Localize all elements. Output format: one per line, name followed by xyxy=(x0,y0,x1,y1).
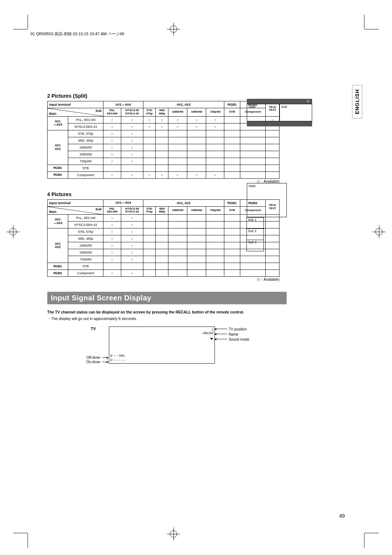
thumbnail-split: Main Sub xyxy=(247,99,312,126)
registration-mark xyxy=(7,225,20,238)
osd-on-timer-value: ⊙ – – : – – xyxy=(110,358,126,362)
thumb-split-main: Main xyxy=(247,104,279,121)
osd-box: 1 ABCDE ⊘ – – Min. ⊙ – – : – – xyxy=(109,327,215,364)
page-number: 49 xyxy=(339,513,345,519)
language-tab: ENGLISH xyxy=(352,85,362,118)
osd-off-timer-value: ⊘ – – Min. xyxy=(110,353,126,358)
thumb-split-sub: Sub xyxy=(279,104,312,121)
four-matrix-table: Input terminalAV1～AV4AV1, AV2RGB1RGB2TEL… xyxy=(47,199,279,277)
label-tv: TV xyxy=(91,327,96,331)
language-tab-label: ENGLISH xyxy=(354,89,360,114)
split-matrix-table: Input terminalAV1～AV4AV1, AV2RGB1RGB2TEL… xyxy=(47,101,279,179)
page-header: 01 QR58553-英語-初校 03.10.15 10:47 AM ページ49 xyxy=(30,31,124,37)
osd-name-value: ABCDE xyxy=(203,331,214,335)
legend-split: (○ : Available) xyxy=(47,179,279,183)
registration-mark xyxy=(167,527,180,540)
osd-diagram: TV Off-timer On-timer 1 ABCDE ⊘ – – Min.… xyxy=(47,327,279,370)
label-on-timer: On-timer xyxy=(86,360,101,364)
registration-mark xyxy=(372,225,385,238)
triangle-down-icon xyxy=(210,338,213,340)
label-tv-position: TV position xyxy=(229,327,247,331)
legend-four: (○ : Available) xyxy=(47,278,279,281)
label-off-timer: Off-timer xyxy=(86,356,101,360)
thumb-four-main: Main xyxy=(247,183,287,217)
label-name: Name xyxy=(229,332,238,336)
osd-tv-position-value: 1 xyxy=(203,328,214,331)
label-sound-mode: Sound mode xyxy=(229,337,249,341)
recall-bold: The TV channel status can be displayed o… xyxy=(47,309,323,315)
thumbnail-four: Main Sub 1 Sub 2 Sub 3 xyxy=(247,183,301,251)
thumb-four-sub3: Sub 3 xyxy=(246,240,264,251)
thumb-four-sub2: Sub 2 xyxy=(246,228,264,240)
recall-note: ・The display will go out in approximatel… xyxy=(47,316,323,321)
registration-mark xyxy=(167,23,180,36)
section-banner: Input Signal Screen Display xyxy=(47,292,287,304)
window-icon xyxy=(306,100,310,103)
thumb-four-sub1: Sub 1 xyxy=(246,217,264,229)
section-title-split: 2 Pictures (Split) xyxy=(47,93,323,99)
